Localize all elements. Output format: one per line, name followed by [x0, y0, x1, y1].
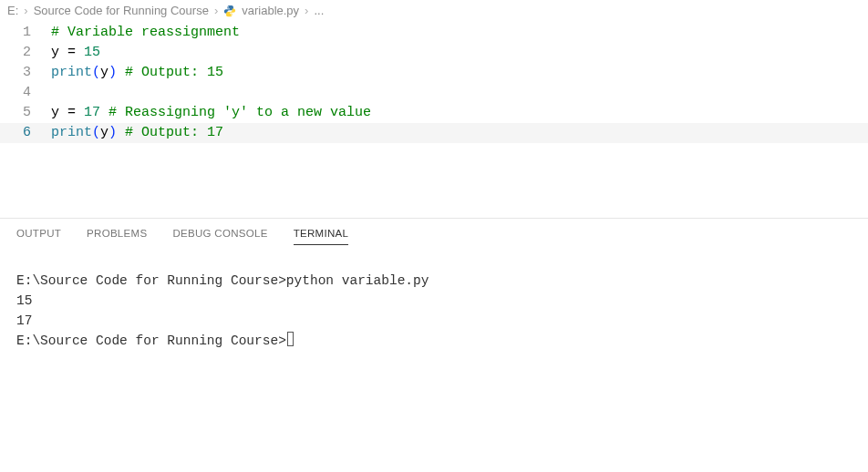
chevron-right-icon: ›	[24, 4, 27, 17]
code-editor[interactable]: 1# Variable reassignment2y = 153print(y)…	[0, 21, 868, 154]
code-content[interactable]: y = 17 # Reassigning 'y' to a new value	[51, 103, 371, 123]
code-content[interactable]: y = 15	[51, 43, 100, 63]
code-line[interactable]: 3print(y) # Output: 15	[0, 63, 868, 83]
code-line[interactable]: 2y = 15	[0, 43, 868, 63]
line-number: 5	[0, 103, 51, 123]
python-file-icon	[223, 5, 236, 17]
terminal-cursor	[287, 332, 294, 346]
breadcrumb-root[interactable]: E:	[7, 4, 18, 17]
breadcrumb: E: › Source Code for Running Course › va…	[0, 0, 868, 21]
terminal-line: E:\Source Code for Running Course>	[16, 331, 852, 351]
panel-tabs: OUTPUTPROBLEMSDEBUG CONSOLETERMINAL	[0, 219, 868, 245]
breadcrumb-file[interactable]: variable.py	[242, 4, 299, 17]
breadcrumb-tail[interactable]: ...	[314, 4, 324, 17]
code-line[interactable]: 5y = 17 # Reassigning 'y' to a new value	[0, 103, 868, 123]
line-number: 4	[0, 83, 51, 103]
panel-tab-output[interactable]: OUTPUT	[16, 228, 61, 245]
terminal-line: E:\Source Code for Running Course>python…	[16, 271, 852, 291]
code-content[interactable]: print(y) # Output: 15	[51, 63, 223, 83]
line-number: 2	[0, 43, 51, 63]
code-content[interactable]: # Variable reassignment	[51, 23, 240, 43]
chevron-right-icon: ›	[305, 4, 308, 17]
code-line[interactable]: 4	[0, 83, 868, 103]
code-line[interactable]: 6print(y) # Output: 17	[0, 123, 868, 143]
panel-tab-debug-console[interactable]: DEBUG CONSOLE	[172, 228, 267, 245]
panel-tab-terminal[interactable]: TERMINAL	[294, 228, 349, 245]
terminal-line: 15	[16, 291, 852, 311]
line-number: 6	[0, 123, 51, 143]
line-number: 1	[0, 23, 51, 43]
line-number: 3	[0, 63, 51, 83]
terminal-line: 17	[16, 311, 852, 331]
breadcrumb-folder[interactable]: Source Code for Running Course	[34, 4, 209, 17]
code-content[interactable]: print(y) # Output: 17	[51, 123, 223, 143]
panel-tab-problems[interactable]: PROBLEMS	[87, 228, 147, 245]
chevron-right-icon: ›	[214, 4, 218, 17]
terminal[interactable]: E:\Source Code for Running Course>python…	[0, 245, 868, 360]
code-line[interactable]: 1# Variable reassignment	[0, 23, 868, 43]
